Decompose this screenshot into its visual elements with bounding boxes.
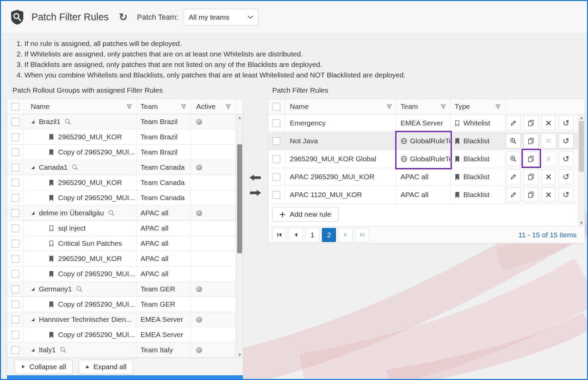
history-rule-button[interactable]: ↺ — [559, 169, 573, 184]
history-rule-button[interactable]: ↺ — [559, 187, 573, 202]
assign-left-button[interactable] — [250, 174, 261, 181]
assigned-rule-row[interactable]: sql injectAPAC all — [7, 221, 243, 236]
assigned-rule-row[interactable]: Critical Sun PatchesAPAC all — [7, 236, 243, 251]
row-checkbox[interactable] — [11, 346, 19, 354]
collapse-row-icon[interactable] — [31, 317, 35, 322]
right-scrollbar-thumb[interactable] — [579, 121, 584, 172]
select-all-rules-checkbox[interactable] — [273, 103, 280, 111]
history-rule-button[interactable]: ↺ — [559, 116, 573, 130]
row-checkbox[interactable] — [11, 240, 19, 247]
rollout-group-row[interactable]: Germany1Team GER — [7, 282, 243, 297]
copy-rule-button[interactable] — [523, 116, 538, 130]
rollout-group-row[interactable]: delme im ÜberallgäuAPAC all — [7, 206, 243, 221]
filter-rule-row[interactable]: APAC 2965290_MUI_KORAPAC allBlacklist↺ — [268, 168, 585, 186]
scroll-down-icon[interactable]: ▼ — [578, 220, 585, 226]
pager-page-2-button[interactable]: 2 — [322, 228, 336, 242]
edit-rule-button[interactable] — [506, 116, 521, 130]
delete-rule-button[interactable] — [541, 116, 556, 130]
history-rule-button[interactable]: ↺ — [559, 134, 573, 148]
expand-all-button[interactable]: Expand all — [79, 360, 133, 374]
filter-rule-row[interactable]: APAC 1120_MUI_KORAPAC allBlacklist↺ — [268, 186, 585, 204]
collapse-row-icon[interactable] — [31, 211, 35, 215]
assigned-rule-row[interactable]: Copy of 2965290_MUI...Team Brazil — [7, 145, 243, 160]
scroll-up-icon[interactable]: ▲ — [236, 114, 243, 120]
preview-rule-button[interactable] — [506, 134, 521, 148]
assigned-rule-row[interactable]: 2965290_MUI_KORAPAC all — [7, 251, 243, 266]
row-checkbox[interactable] — [273, 191, 280, 199]
assigned-rule-row[interactable]: Copy of 2965290_MUI...Team Canada — [7, 190, 243, 206]
assigned-rule-row[interactable]: 2965290_MUI_KORTeam Canada — [7, 175, 243, 190]
rollout-group-row[interactable]: Canada1Team Canada — [7, 160, 243, 175]
row-checkbox[interactable] — [11, 301, 19, 308]
inspect-magnifier-icon[interactable] — [76, 286, 83, 292]
delete-rule-button[interactable] — [541, 169, 556, 184]
refresh-icon[interactable]: ↻ — [119, 12, 128, 22]
pager-prev-button[interactable] — [289, 228, 303, 242]
scroll-up-icon[interactable]: ▲ — [578, 114, 585, 120]
row-checkbox[interactable] — [11, 255, 19, 263]
row-checkbox[interactable] — [11, 209, 19, 217]
assign-right-button[interactable] — [250, 189, 261, 196]
filter-active-icon[interactable] — [225, 104, 231, 110]
pager-first-button[interactable] — [272, 228, 286, 242]
collapse-row-icon[interactable] — [31, 287, 35, 291]
row-checkbox[interactable] — [11, 164, 19, 171]
filter-team-icon[interactable] — [440, 104, 446, 110]
edit-rule-button[interactable] — [506, 187, 521, 202]
row-checkbox[interactable] — [11, 224, 19, 232]
right-vertical-scrollbar[interactable]: ▲ ▼ — [578, 114, 585, 226]
left-scrollbar-thumb[interactable] — [237, 144, 242, 253]
add-new-rule-button[interactable]: Add new rule — [272, 207, 338, 222]
select-all-rollout-checkbox[interactable] — [11, 103, 19, 111]
left-horizontal-scrollbar[interactable] — [7, 375, 243, 380]
inspect-magnifier-icon[interactable] — [72, 164, 78, 171]
rollout-group-row[interactable]: Italy1Team Italy — [7, 342, 243, 358]
collapse-row-icon[interactable] — [31, 165, 35, 169]
row-checkbox[interactable] — [11, 133, 19, 141]
assigned-rule-row[interactable]: Copy of 2965290_MUI...Team GER — [7, 297, 243, 312]
filter-type-icon[interactable] — [495, 104, 501, 110]
filter-name-icon[interactable] — [386, 104, 392, 110]
row-checkbox[interactable] — [273, 173, 280, 181]
copy-rule-button[interactable] — [523, 187, 538, 202]
rollout-group-row[interactable]: Hannover Technischer Dien...EMEA Server — [7, 312, 243, 327]
filter-name-icon[interactable] — [126, 104, 132, 110]
filter-rule-row[interactable]: Not JavaGlobalRuleTeBlacklist↺ — [268, 132, 585, 150]
copy-rule-button[interactable] — [523, 134, 538, 148]
row-checkbox[interactable] — [273, 137, 280, 145]
inspect-magnifier-icon[interactable] — [60, 347, 67, 353]
collapse-row-icon[interactable] — [31, 120, 35, 124]
row-checkbox[interactable] — [11, 331, 19, 339]
filter-rule-row[interactable]: 2965290_MUI_KOR GlobalGlobalRuleTeBlackl… — [268, 150, 585, 168]
history-rule-button[interactable]: ↺ — [559, 151, 573, 166]
row-checkbox[interactable] — [273, 155, 280, 163]
assigned-rule-row[interactable]: Copy of 2965290_MUI...EMEA Server — [7, 327, 243, 342]
patch-team-dropdown[interactable]: All my teams — [184, 9, 259, 25]
row-checkbox[interactable] — [11, 194, 19, 202]
collapse-row-icon[interactable] — [31, 348, 35, 352]
row-checkbox[interactable] — [11, 285, 19, 293]
copy-rule-button[interactable] — [523, 151, 538, 166]
pager-page-1-button[interactable]: 1 — [305, 228, 319, 242]
row-checkbox[interactable] — [11, 118, 19, 126]
rule-type-label: Blacklist — [463, 173, 489, 181]
scroll-down-icon[interactable]: ▼ — [236, 352, 243, 358]
edit-rule-button[interactable] — [506, 169, 521, 184]
left-vertical-scrollbar[interactable]: ▲ ▼ — [236, 114, 243, 358]
inspect-magnifier-icon[interactable] — [108, 210, 115, 216]
row-checkbox[interactable] — [11, 316, 19, 324]
row-checkbox[interactable] — [273, 119, 280, 127]
preview-rule-button[interactable] — [506, 151, 521, 166]
rollout-group-row[interactable]: Brazil1Team Brazil — [7, 114, 243, 129]
assigned-rule-row[interactable]: Copy of 2965290_MUI...APAC all — [7, 266, 243, 282]
filter-rule-row[interactable]: EmergencyEMEA ServerWhitelist↺ — [268, 114, 585, 132]
delete-rule-button[interactable] — [541, 187, 556, 202]
inspect-magnifier-icon[interactable] — [65, 118, 71, 125]
assigned-rule-row[interactable]: 2965290_MUI_KORTeam Brazil — [7, 129, 243, 145]
collapse-all-button[interactable]: Collapse all — [15, 360, 73, 374]
row-checkbox[interactable] — [11, 179, 19, 187]
filter-team-icon[interactable] — [181, 104, 186, 110]
copy-rule-button[interactable] — [523, 169, 538, 184]
row-checkbox[interactable] — [11, 148, 19, 156]
row-checkbox[interactable] — [11, 270, 19, 278]
